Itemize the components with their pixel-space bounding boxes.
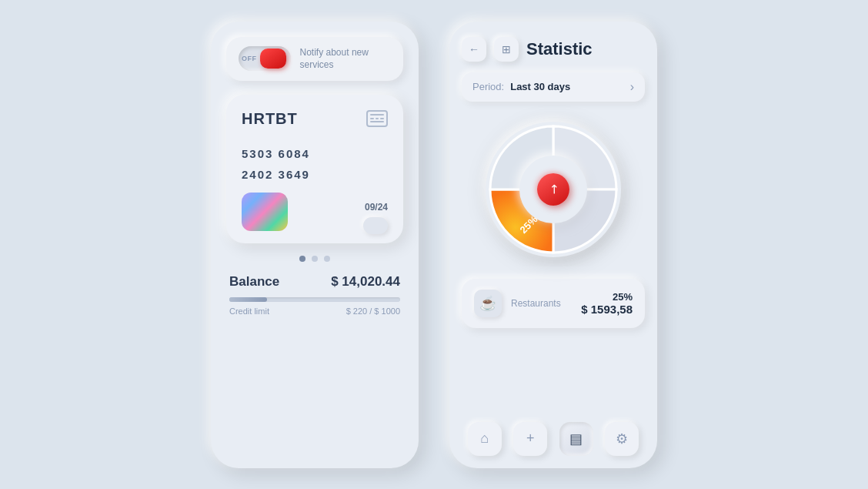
toggle-thumb [260,49,286,69]
restaurant-icon: ☕ [474,290,502,317]
card-expiry: 09/24 [365,202,388,213]
dot-1[interactable] [299,256,305,262]
left-phone: OFF Notify about new services HRTBT 5303… [211,22,419,468]
balance-section: Balance $ 14,020.44 Credit limit $ 220 /… [211,262,419,316]
cards-nav-button[interactable]: ▤ [559,422,593,456]
category-percentage: 25% [581,291,633,303]
stat-title: Statistic [526,39,645,59]
category-card[interactable]: ☕ Restaurants 25% $ 1593,58 [462,279,645,328]
credit-limit-value: $ 220 / $ 1000 [346,306,400,316]
period-value: Last 30 days [510,81,629,92]
credit-limit-label: Credit limit [229,306,269,316]
card-number: 5303 6084 2402 3649 [242,143,388,185]
balance-label: Balance [229,274,279,290]
add-nav-button[interactable]: + [513,422,547,456]
arrow-up-right-icon: ↗ [545,180,563,198]
notify-text: Notify about new services [300,46,392,72]
category-amount: $ 1593,58 [581,303,633,316]
back-icon: ← [469,43,479,55]
grid-button[interactable]: ⊞ [494,37,519,62]
card-chip [366,110,388,127]
carousel-dots [299,256,330,262]
home-icon: ⌂ [480,430,489,447]
category-values: 25% $ 1593,58 [581,291,633,316]
dot-3[interactable] [324,256,330,262]
grid-icon: ⊞ [502,43,511,55]
notify-card: OFF Notify about new services [226,37,403,82]
period-selector[interactable]: Period: Last 30 days › [462,72,645,102]
credit-card: HRTBT 5303 6084 2402 3649 09/24 [226,95,403,243]
home-nav-button[interactable]: ⌂ [468,422,502,456]
dot-2[interactable] [312,256,318,262]
toggle-label: OFF [242,55,257,62]
period-arrow-icon: › [630,80,634,94]
credit-progress-bar [229,297,400,302]
bottom-nav: ⌂ + ▤ ⚙ [462,422,645,456]
card-circle [363,217,388,234]
balance-value: $ 14,020.44 [331,274,400,290]
card-hologram [242,193,288,231]
pie-chart: 25% ↗ [476,112,630,266]
stat-header: ← ⊞ Statistic [462,37,645,62]
settings-nav-button[interactable]: ⚙ [605,422,639,456]
category-label: Restaurants [511,298,572,309]
chart-center-button[interactable]: ↗ [537,173,569,206]
settings-icon: ⚙ [616,430,628,447]
back-button[interactable]: ← [462,37,486,62]
toggle-switch[interactable]: OFF [239,46,291,71]
right-phone: ← ⊞ Statistic Period: Last 30 days › [449,22,657,468]
period-label: Period: [472,81,504,92]
cards-icon: ▤ [569,430,583,447]
credit-progress-fill [229,297,267,302]
add-icon: + [526,430,535,447]
